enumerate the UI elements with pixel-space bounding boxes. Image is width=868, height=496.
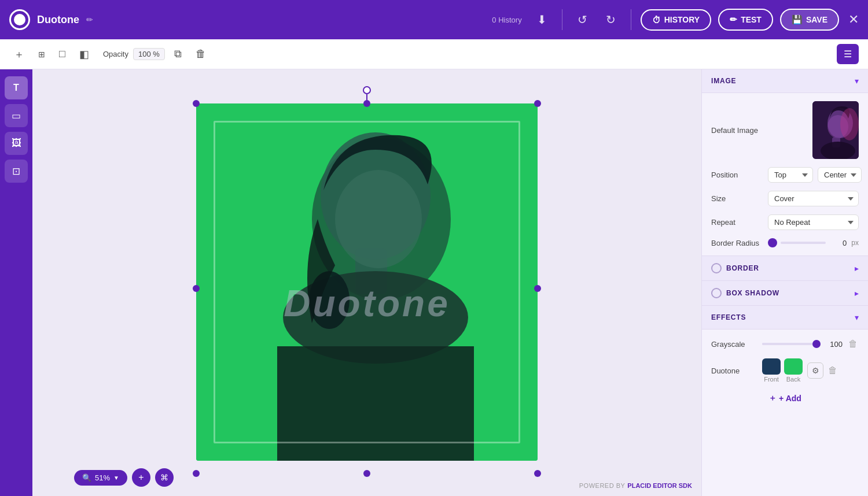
handle-middle-left[interactable] bbox=[193, 285, 200, 292]
rectangle-tool-button[interactable]: ▭ bbox=[5, 104, 28, 127]
svg-rect-7 bbox=[277, 346, 474, 461]
box-shadow-toggle[interactable] bbox=[711, 288, 722, 298]
zoom-out-icon: 🔍 bbox=[82, 473, 91, 482]
image-tool-button[interactable]: 🖼 bbox=[5, 132, 28, 155]
thumb-portrait-svg bbox=[812, 101, 859, 159]
duotone-front-color-button[interactable] bbox=[762, 358, 781, 375]
effects-section-title: EFFECTS bbox=[711, 313, 746, 321]
duotone-settings-button[interactable]: ⚙ bbox=[807, 362, 823, 379]
text-icon: T bbox=[13, 83, 19, 93]
duotone-controls: Front Back ⚙ 🗑 bbox=[762, 358, 859, 383]
effects-section-content: Grayscale 100 🗑 Duotone bbox=[702, 330, 868, 416]
repeat-label: Repeat bbox=[711, 218, 763, 227]
canvas-container: Duotone bbox=[196, 103, 538, 473]
handle-top-middle[interactable] bbox=[363, 100, 370, 107]
add-element-button[interactable]: ＋ bbox=[9, 44, 29, 65]
image-icon: 🖼 bbox=[12, 138, 21, 149]
grayscale-value: 100 bbox=[825, 340, 843, 349]
repeat-select[interactable]: No Repeat Repeat Repeat X Repeat Y bbox=[768, 214, 859, 230]
image-section-header[interactable]: IMAGE ▾ bbox=[702, 69, 868, 93]
hamburger-menu-button[interactable]: ☰ bbox=[837, 44, 859, 64]
edit-title-icon[interactable]: ✏ bbox=[86, 15, 93, 24]
bring-forward-button[interactable]: □ bbox=[54, 45, 70, 64]
border-toggle[interactable] bbox=[711, 263, 722, 273]
duotone-image: Duotone bbox=[196, 103, 538, 461]
rotation-circle bbox=[363, 86, 371, 94]
default-image-thumbnail[interactable] bbox=[812, 101, 859, 159]
topbar-divider bbox=[562, 9, 562, 30]
border-radius-value: 0 bbox=[830, 239, 847, 247]
handle-middle-right[interactable] bbox=[534, 285, 541, 292]
grayscale-row: Grayscale 100 🗑 bbox=[711, 338, 859, 350]
save-button[interactable]: 💾 SAVE bbox=[780, 9, 839, 31]
powered-by-link[interactable]: PLACID EDITOR SDK bbox=[627, 482, 692, 489]
border-radius-slider-container bbox=[768, 238, 826, 247]
close-button[interactable]: ✕ bbox=[848, 12, 859, 27]
border-radius-slider-track[interactable] bbox=[781, 242, 826, 244]
history-count-label: 0 History bbox=[492, 16, 521, 24]
delete-button[interactable]: 🗑 bbox=[191, 45, 211, 64]
image-section-arrow: ▾ bbox=[855, 76, 859, 86]
effects-section-header[interactable]: EFFECTS ▾ bbox=[702, 306, 868, 330]
handle-top-left[interactable] bbox=[193, 100, 200, 107]
send-backward-button[interactable]: ◧ bbox=[75, 45, 94, 64]
border-radius-row: Border Radius 0 px bbox=[711, 238, 859, 247]
duotone-delete-button[interactable]: 🗑 bbox=[828, 365, 837, 376]
grayscale-slider-thumb[interactable] bbox=[812, 340, 821, 348]
text-tool-button[interactable]: T bbox=[5, 76, 28, 99]
canvas-element[interactable]: Duotone bbox=[196, 103, 538, 461]
powered-by-text: POWERED BY bbox=[579, 482, 626, 489]
duplicate-button[interactable]: ⧉ bbox=[170, 45, 186, 64]
app-title: Duotone bbox=[37, 14, 79, 26]
toolbar: ＋ ⊞ □ ◧ Opacity 100 % ⧉ 🗑 ☰ bbox=[0, 39, 868, 69]
box-shadow-section-header[interactable]: BOX SHADOW ▸ bbox=[702, 281, 868, 306]
opacity-value[interactable]: 100 % bbox=[133, 48, 165, 60]
powered-by: POWERED BY PLACID EDITOR SDK bbox=[579, 482, 692, 489]
image-section-content: Default Image bbox=[702, 93, 868, 256]
grayscale-slider-fill bbox=[762, 343, 821, 345]
handle-bottom-left[interactable] bbox=[193, 470, 200, 477]
handle-bottom-right[interactable] bbox=[534, 470, 541, 477]
border-section-arrow: ▸ bbox=[855, 264, 859, 273]
test-button[interactable]: ✏ TEST bbox=[718, 9, 773, 31]
zoom-out-button[interactable]: 🔍 51% ▼ bbox=[74, 470, 127, 486]
border-section-title: BORDER bbox=[726, 264, 855, 272]
add-effect-button[interactable]: ＋ + Add bbox=[768, 393, 801, 404]
zoom-in-button[interactable]: + bbox=[132, 468, 150, 487]
border-radius-slider-thumb[interactable] bbox=[768, 238, 777, 247]
duotone-swatch-pair: Front Back bbox=[762, 358, 803, 383]
size-row: Size Auto Cover Contain bbox=[711, 191, 859, 206]
right-panel: IMAGE ▾ Default Image bbox=[701, 69, 868, 496]
grayscale-slider-track[interactable] bbox=[762, 343, 821, 345]
zoom-fit-button[interactable]: ⊞ bbox=[34, 46, 50, 62]
undo-button[interactable]: ↺ bbox=[572, 9, 593, 30]
opacity-label: Opacity bbox=[103, 50, 128, 58]
grayscale-delete-button[interactable]: 🗑 bbox=[847, 338, 859, 350]
add-label: + Add bbox=[779, 394, 801, 403]
position-v-select[interactable]: Left Center Right bbox=[818, 167, 862, 183]
border-section-header[interactable]: BORDER ▸ bbox=[702, 256, 868, 281]
canvas-area[interactable]: Duotone 🔍 51% ▼ + ⌘ bbox=[32, 69, 701, 496]
add-effect-row: ＋ + Add bbox=[711, 391, 859, 408]
handle-bottom-middle[interactable] bbox=[363, 470, 370, 477]
duotone-back-color-button[interactable] bbox=[784, 358, 803, 375]
position-h-select[interactable]: Top Center Bottom bbox=[768, 167, 813, 183]
history-button[interactable]: ⏱ HISTORY bbox=[641, 9, 711, 31]
app-logo[interactable] bbox=[9, 9, 30, 30]
layout-tool-button[interactable]: ⊡ bbox=[5, 160, 28, 183]
download-button[interactable]: ⬇ bbox=[531, 9, 553, 30]
canvas-controls: 🔍 51% ▼ + ⌘ bbox=[74, 468, 174, 487]
handle-top-right[interactable] bbox=[534, 100, 541, 107]
settings-icon: ⚙ bbox=[812, 366, 819, 375]
duotone-watermark-text: Duotone bbox=[284, 282, 450, 325]
size-select[interactable]: Auto Cover Contain bbox=[768, 191, 859, 206]
add-icon: ＋ bbox=[768, 393, 777, 404]
duotone-row: Duotone Front Back bbox=[711, 358, 859, 383]
shortcuts-button[interactable]: ⌘ bbox=[155, 468, 174, 487]
grayscale-label: Grayscale bbox=[711, 340, 757, 349]
redo-button[interactable]: ↻ bbox=[600, 9, 621, 30]
main-layout: T ▭ 🖼 ⊡ bbox=[0, 69, 868, 496]
history-icon: ⏱ bbox=[652, 15, 661, 25]
duotone-color-swatches: Front Back bbox=[762, 358, 803, 383]
shortcuts-icon: ⌘ bbox=[160, 473, 168, 482]
